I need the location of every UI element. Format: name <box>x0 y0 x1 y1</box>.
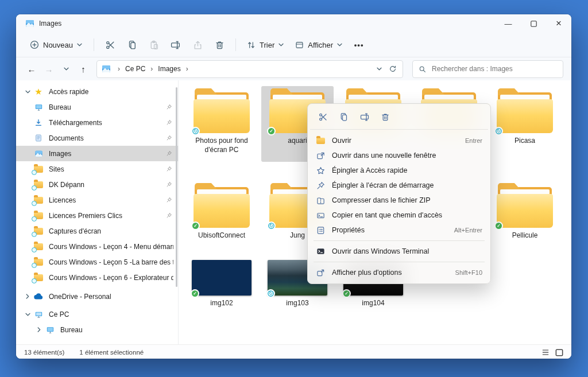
folder-tile-photos-fond-ecran[interactable]: ↻ Photos pour fond d'écran PC <box>185 86 258 154</box>
menu-item-ouvrir[interactable]: Ouvrir Entrer <box>310 133 488 148</box>
folder-tile-ubisoftconnect[interactable]: ✓ UbisoftConnect <box>185 181 258 240</box>
sidebar-item-licences-premiers-clics[interactable]: Licences Premiers Clics <box>16 208 178 223</box>
folder-tile-pellicule[interactable]: ✓ Pellicule <box>489 181 561 240</box>
menu-item-proprietes[interactable]: Propriétés Alt+Entrer <box>310 223 488 238</box>
check-badge-icon: ✓ <box>342 289 351 298</box>
sidebar-scrollbar[interactable] <box>176 87 177 287</box>
share-icon <box>193 40 203 50</box>
pin-icon <box>164 119 173 126</box>
sync-badge-icon <box>32 185 37 191</box>
sidebar-item-dk-depann[interactable]: DK Dépann <box>16 177 178 192</box>
command-toolbar: Nouveau <box>16 33 571 57</box>
chevron-down-icon[interactable] <box>377 67 382 71</box>
folder-label: Picasa <box>514 137 535 146</box>
cut-button[interactable] <box>100 36 121 53</box>
sidebar-item-documents[interactable]: Documents <box>16 130 178 146</box>
copy-button[interactable] <box>122 36 142 53</box>
folder-icon <box>192 183 251 228</box>
sidebar-item-cours-lecon4[interactable]: Cours Windows - Leçon 4 - Menu démarrer <box>16 239 178 254</box>
images-folder-icon <box>102 64 111 73</box>
folder-icon <box>33 180 44 189</box>
sidebar-item-captures-ecran[interactable]: Captures d'écran <box>16 223 178 239</box>
menu-item-copier-chemin[interactable]: Copier en tant que chemin d'accès <box>310 208 488 223</box>
copy-button[interactable] <box>335 110 353 125</box>
menu-item-ouvrir-nouvelle-fenetre[interactable]: Ouvrir dans une nouvelle fenêtre <box>310 148 488 163</box>
status-bar: 13 élément(s) 1 élément sélectionné <box>16 344 571 359</box>
check-badge-icon: ✓ <box>267 127 276 135</box>
minimize-button[interactable]: — <box>496 14 521 33</box>
sidebar-item-telechargements[interactable]: Téléchargements <box>16 115 178 130</box>
menu-item-epingler-acces-rapide[interactable]: Épingler à Accès rapide <box>310 163 488 178</box>
desktop-icon <box>45 325 55 335</box>
sidebar-item-images[interactable]: Images <box>16 146 178 161</box>
folder-label: Jung <box>290 231 305 240</box>
chevron-right-icon <box>37 327 41 332</box>
chevron-down-icon <box>64 67 69 71</box>
folder-label: UbisoftConnect <box>198 231 245 240</box>
toolbar-separator <box>235 38 236 51</box>
rename-button[interactable] <box>165 36 186 53</box>
sidebar-item-cours-lecon5[interactable]: Cours Windows - Leçon 5 -La barre des ta… <box>16 254 178 270</box>
sidebar-item-ce-pc[interactable]: Ce PC <box>16 306 178 322</box>
crumb-separator: › <box>148 65 155 73</box>
cut-button[interactable] <box>315 110 332 125</box>
search-input[interactable] <box>431 64 557 73</box>
sidebar-item-cours-lecon6[interactable]: Cours Windows - Leçon 6 - Explorateur de… <box>16 270 178 285</box>
folder-icon <box>33 196 44 205</box>
image-label: img102 <box>210 299 233 308</box>
large-icons-view-icon[interactable] <box>555 349 563 356</box>
folder-icon <box>33 258 44 267</box>
recent-locations-button[interactable] <box>59 61 74 76</box>
folder-icon <box>496 88 554 133</box>
copy-path-icon <box>316 211 326 220</box>
sort-button[interactable]: Trier <box>242 37 289 53</box>
search-box[interactable] <box>412 60 563 78</box>
menu-item-afficher-plus-options[interactable]: Afficher plus d'options Shift+F10 <box>310 265 488 280</box>
pin-icon <box>164 197 173 203</box>
sidebar-item-bureau[interactable]: Bureau <box>16 99 178 115</box>
sidebar-item-onedrive[interactable]: OneDrive - Personal <box>16 289 178 304</box>
folder-icon <box>33 165 44 174</box>
pin-icon <box>164 181 173 188</box>
images-folder-icon <box>33 149 44 158</box>
new-button[interactable]: Nouveau <box>24 37 88 53</box>
menu-item-windows-terminal[interactable]: Ouvrir dans Windows Terminal <box>310 244 488 259</box>
trash-icon <box>215 40 225 50</box>
sidebar-item-quick-access[interactable]: ★ Accès rapide <box>16 84 178 99</box>
shortcut-label: Entrer <box>465 137 482 144</box>
download-icon <box>33 118 44 127</box>
more-options-icon <box>316 268 326 277</box>
menu-item-compresser-zip[interactable]: Compresser dans le fichier ZIP <box>310 193 488 208</box>
sidebar-item-licences[interactable]: Licences <box>16 192 178 208</box>
see-more-button[interactable]: ••• <box>349 36 369 53</box>
properties-icon <box>316 226 326 235</box>
star-icon: ★ <box>33 87 44 96</box>
trash-icon <box>381 112 390 122</box>
pin-icon <box>164 104 173 110</box>
image-tile-img102[interactable]: ✓ img102 <box>185 258 258 308</box>
sidebar-item-ce-pc-bureau[interactable]: Bureau <box>16 322 178 337</box>
view-icon <box>295 41 304 49</box>
folder-icon <box>33 211 44 220</box>
refresh-icon[interactable] <box>389 65 397 73</box>
details-view-icon[interactable] <box>541 349 550 356</box>
rename-button[interactable] <box>356 110 373 125</box>
delete-button[interactable] <box>377 110 394 125</box>
sync-badge-icon <box>32 247 37 252</box>
breadcrumb-images[interactable]: Images <box>155 63 183 75</box>
breadcrumb[interactable]: › Ce PC › Images › <box>96 60 403 78</box>
view-button[interactable]: Afficher <box>290 37 347 53</box>
up-button[interactable]: ↑ <box>76 61 91 76</box>
sidebar-item-sites[interactable]: Sites <box>16 161 178 177</box>
title-bar[interactable]: Images — × <box>16 14 571 33</box>
delete-button[interactable] <box>209 36 230 53</box>
menu-item-epingler-ecran-demarrage[interactable]: Épingler à l'écran de démarrage <box>310 178 488 193</box>
sync-badge-icon: ↻ <box>266 289 275 298</box>
breadcrumb-ce-pc[interactable]: Ce PC <box>122 63 148 75</box>
close-button[interactable]: × <box>546 14 571 33</box>
ellipsis-icon: ••• <box>354 41 364 49</box>
folder-label: aquari <box>288 137 307 146</box>
back-button[interactable]: ← <box>24 61 39 76</box>
maximize-button[interactable] <box>521 14 546 33</box>
folder-tile-picasa[interactable]: ↻ Picasa <box>489 86 561 146</box>
